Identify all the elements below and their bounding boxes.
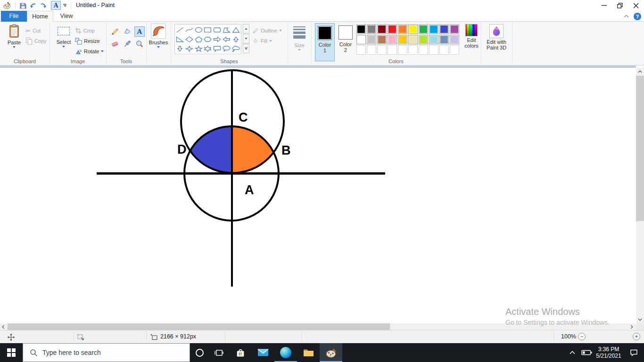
- palette-swatch[interactable]: [367, 35, 376, 44]
- palette-swatch[interactable]: [429, 35, 438, 44]
- scroll-up-button[interactable]: [636, 68, 644, 75]
- tab-file[interactable]: File: [1, 11, 27, 22]
- undo-button[interactable]: [28, 1, 38, 10]
- taskbar-explorer-button[interactable]: [297, 343, 320, 362]
- action-center-button[interactable]: [623, 343, 644, 362]
- palette-swatch[interactable]: [439, 25, 449, 34]
- palette-swatch[interactable]: [429, 45, 438, 55]
- magnifier-tool[interactable]: [134, 39, 145, 49]
- vertical-scrollbar[interactable]: [636, 68, 644, 323]
- shape-five-point-star-icon[interactable]: [195, 46, 203, 52]
- restore-button[interactable]: [612, 0, 628, 11]
- palette-swatch[interactable]: [408, 25, 418, 34]
- horizontal-scroll-thumb[interactable]: [8, 323, 390, 330]
- palette-swatch[interactable]: [408, 35, 418, 44]
- cut-button[interactable]: ✂ Cut: [25, 26, 41, 35]
- shape-six-point-star-icon[interactable]: [204, 46, 212, 52]
- pencil-tool[interactable]: [110, 26, 120, 37]
- select-button[interactable]: Select: [53, 24, 74, 48]
- color2-button[interactable]: Color 2: [336, 23, 355, 61]
- save-button[interactable]: [18, 1, 28, 10]
- shape-hexagon-icon[interactable]: [204, 36, 212, 42]
- collapse-ribbon-button[interactable]: [624, 15, 629, 18]
- fill-dropdown[interactable]: Fill: [252, 36, 272, 46]
- shape-triangle-icon[interactable]: [232, 27, 240, 33]
- copy-button[interactable]: Copy: [25, 36, 47, 46]
- shape-cloud-callout-icon[interactable]: [232, 46, 240, 52]
- zoom-out-button[interactable]: −: [578, 333, 586, 340]
- shape-up-arrow-icon[interactable]: [232, 36, 240, 42]
- scroll-left-button[interactable]: [0, 323, 7, 330]
- palette-swatch[interactable]: [419, 25, 428, 34]
- shape-right-arrow-icon[interactable]: [213, 36, 221, 42]
- text-tool[interactable]: A: [134, 26, 145, 37]
- palette-swatch[interactable]: [377, 35, 387, 44]
- palette-swatch[interactable]: [388, 25, 397, 34]
- paste-button[interactable]: Paste: [4, 24, 25, 48]
- palette-swatch[interactable]: [388, 45, 397, 55]
- palette-swatch[interactable]: [388, 35, 397, 44]
- palette-swatch[interactable]: [367, 45, 376, 55]
- shape-rounded-callout-icon[interactable]: [213, 46, 221, 52]
- shape-oval-callout-icon[interactable]: [223, 46, 231, 52]
- shape-polygon-icon[interactable]: [223, 27, 231, 33]
- minimize-button[interactable]: [596, 0, 612, 11]
- shapes-scroll-up-button[interactable]: [243, 24, 249, 33]
- tab-home[interactable]: Home: [27, 11, 53, 22]
- brushes-button[interactable]: Brushes: [149, 24, 168, 48]
- resize-button[interactable]: Resize: [75, 36, 100, 46]
- taskbar-edge-button[interactable]: [274, 343, 297, 362]
- taskbar-store-button[interactable]: [229, 343, 252, 362]
- shape-left-arrow-icon[interactable]: [223, 36, 231, 42]
- taskbar-mail-button[interactable]: [252, 343, 274, 362]
- shape-right-triangle-icon[interactable]: [176, 36, 184, 42]
- palette-swatch[interactable]: [408, 45, 418, 55]
- shape-diamond-icon[interactable]: [185, 36, 193, 42]
- color1-button[interactable]: Color 1: [315, 23, 335, 61]
- palette-swatch[interactable]: [356, 25, 366, 34]
- shape-pentagon-icon[interactable]: [195, 36, 203, 42]
- palette-swatch[interactable]: [377, 25, 387, 34]
- shape-curve-icon[interactable]: [185, 27, 193, 33]
- palette-swatch[interactable]: [398, 35, 407, 44]
- eraser-tool[interactable]: [110, 39, 120, 49]
- palette-swatch[interactable]: [367, 25, 376, 34]
- palette-swatch[interactable]: [398, 45, 407, 55]
- palette-swatch[interactable]: [356, 35, 366, 44]
- palette-swatch[interactable]: [377, 45, 387, 55]
- zoom-in-button[interactable]: +: [633, 333, 640, 340]
- shape-four-point-star-icon[interactable]: [185, 46, 193, 52]
- color-picker-tool[interactable]: [122, 39, 132, 49]
- fill-tool[interactable]: [122, 26, 132, 37]
- size-button[interactable]: Size: [290, 25, 309, 51]
- scroll-right-button[interactable]: [628, 323, 635, 330]
- edit-with-paint3d-button[interactable]: Edit with Paint 3D: [482, 24, 511, 50]
- palette-swatch[interactable]: [450, 25, 459, 34]
- qat-customize-button[interactable]: [62, 1, 68, 10]
- shapes-gallery-expand-button[interactable]: [243, 44, 249, 53]
- palette-swatch[interactable]: [419, 35, 428, 44]
- redo-button[interactable]: [38, 1, 49, 10]
- drawing-canvas[interactable]: C D B A: [0, 68, 636, 323]
- task-view-button[interactable]: [209, 343, 229, 362]
- palette-swatch[interactable]: [439, 45, 449, 55]
- shape-down-arrow-icon[interactable]: [176, 46, 184, 52]
- horizontal-scrollbar[interactable]: [0, 323, 636, 330]
- palette-swatch[interactable]: [450, 45, 459, 55]
- palette-swatch[interactable]: [439, 35, 449, 44]
- shape-ellipse-icon[interactable]: [195, 27, 203, 33]
- tab-view[interactable]: View: [53, 11, 80, 22]
- shape-rectangle-icon[interactable]: [204, 27, 212, 33]
- edit-colors-button[interactable]: Edit colors: [461, 24, 482, 49]
- rotate-button[interactable]: Rotate: [75, 47, 104, 56]
- palette-swatch[interactable]: [419, 45, 428, 55]
- palette-swatch[interactable]: [429, 25, 438, 34]
- taskbar-search-input[interactable]: Type here to search: [23, 343, 190, 362]
- taskbar-paint-button[interactable]: [320, 343, 342, 362]
- text-tool-qat-button[interactable]: A: [51, 1, 61, 10]
- crop-button[interactable]: Crop: [75, 26, 95, 35]
- close-button[interactable]: [628, 0, 644, 11]
- palette-swatch[interactable]: [356, 45, 366, 55]
- tray-expand-button[interactable]: [566, 343, 579, 362]
- start-button[interactable]: [0, 343, 23, 362]
